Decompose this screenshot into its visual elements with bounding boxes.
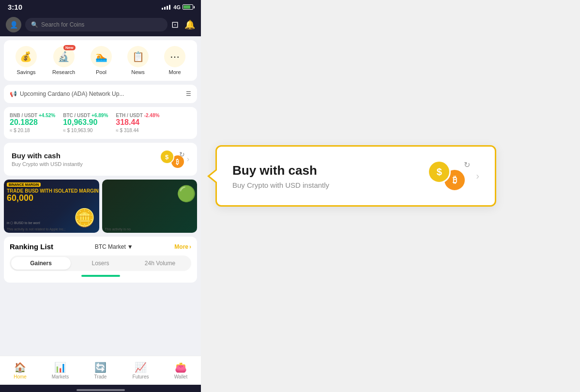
tab-24h-volume[interactable]: 24h Volume [130, 257, 190, 270]
announcement-left: 📢 Upcoming Cardano (ADA) Network Up... [10, 90, 124, 97]
more-chevron-icon: › [189, 243, 191, 250]
scan-icon[interactable]: ⊡ [171, 19, 179, 30]
quick-label-savings: Savings [16, 69, 35, 75]
more-label: More [174, 243, 188, 250]
quick-label-more: More [168, 69, 181, 75]
bnb-pair: BNB / USDT +4.52% [10, 113, 55, 118]
quick-label-pool: Pool [96, 69, 107, 75]
buy-cash-card[interactable]: Buy with cash Buy Crypto with USD instan… [4, 143, 197, 176]
status-icons: 4G [162, 4, 193, 10]
nav-markets[interactable]: 📊 Markets [40, 362, 80, 379]
banner-tether[interactable]: 🟢 This activity is no [102, 180, 198, 233]
ranking-more-button[interactable]: More › [174, 243, 191, 250]
quick-label-research: Research [52, 69, 75, 75]
ranking-title: Ranking List [10, 242, 53, 251]
futures-icon: 📈 [135, 362, 147, 373]
coin-icons: $ ↻ ₿ [160, 150, 185, 169]
tether-disclaimer: This activity is no [105, 227, 195, 231]
buy-cash-title: Buy with cash [12, 151, 83, 160]
search-icon: 🔍 [31, 21, 38, 28]
nav-wallet[interactable]: 👛 Wallet [161, 362, 201, 379]
ranking-market[interactable]: BTC Market ▼ [95, 243, 133, 250]
quick-item-news[interactable]: 📋 News [127, 46, 149, 75]
ranking-section: Ranking List BTC Market ▼ More › Gainers… [4, 237, 197, 283]
nav-markets-label: Markets [52, 374, 69, 379]
signal-icon [162, 5, 170, 10]
tab-gainers[interactable]: Gainers [11, 257, 71, 270]
quick-item-more[interactable]: ⋯ More [164, 46, 185, 75]
nav-home[interactable]: 🏠 Home [0, 362, 40, 379]
new-badge: New [63, 45, 75, 50]
nav-trade-label: Trade [94, 374, 107, 379]
ranking-tabs: Gainers Losers 24h Volume [10, 256, 191, 271]
refresh-icon: ↻ [179, 151, 185, 158]
ticker-btc[interactable]: BTC / USDT +6.89% 10,963.90 ≈ $ 10,963.9… [63, 113, 108, 133]
quick-access-section: 💰 Savings 🔬 New Research 🏊 Pool 📋 News ⋯ [4, 40, 197, 81]
nav-trade[interactable]: 🔄 Trade [80, 362, 121, 379]
phone-shell: 3:10 4G 👤 🔍 Search for Coins ⊡ 🔔 [0, 0, 201, 392]
market-label: BTC Market [95, 243, 126, 250]
callout-info: Buy with cash Buy Crypto with USD instan… [232, 163, 329, 189]
chevron-right-icon: › [187, 155, 189, 164]
status-bar: 3:10 4G [0, 0, 201, 13]
search-bar[interactable]: 🔍 Search for Coins [25, 18, 168, 31]
btc-usd: ≈ $ 10,963.90 [63, 128, 108, 133]
chevron-down-icon: ▼ [127, 243, 133, 250]
tab-losers[interactable]: Losers [71, 257, 130, 270]
eth-pair: ETH / USDT -2.48% [116, 113, 159, 118]
buy-cash-info: Buy with cash Buy Crypto with USD instan… [12, 151, 83, 167]
list-icon: ☰ [186, 90, 191, 97]
bnb-price: 20.1828 [10, 118, 55, 127]
ticker-eth[interactable]: ETH / USDT -2.48% 318.44 ≈ $ 318.44 [116, 113, 159, 133]
buy-cash-right: $ ↻ ₿ › [160, 150, 189, 169]
eth-usd: ≈ $ 318.44 [116, 128, 159, 133]
price-ticker: BNB / USDT +4.52% 20.1828 ≈ $ 20.18 BTC … [4, 107, 197, 139]
top-nav-icons: ⊡ 🔔 [171, 19, 195, 30]
home-icon: 🏠 [14, 362, 26, 373]
btc-price: 10,963.90 [63, 118, 108, 127]
binance-brand: BINANCE MARGIN [7, 182, 41, 187]
bottom-nav: 🏠 Home 📊 Markets 🔄 Trade 📈 Futures 👛 Wal… [0, 356, 201, 385]
nav-home-label: Home [14, 374, 27, 379]
ranking-header: Ranking List BTC Market ▼ More › [10, 242, 191, 251]
banner-unit: in ⬡ BUSD to be won! [7, 221, 40, 225]
network-type: 4G [173, 4, 181, 10]
ticker-bnb[interactable]: BNB / USDT +4.52% 20.1828 ≈ $ 20.18 [10, 113, 55, 133]
callout-subtitle: Buy Crypto with USD instantly [232, 181, 329, 189]
btc-pair: BTC / USDT +6.89% [63, 113, 108, 118]
ticker-row: BNB / USDT +4.52% 20.1828 ≈ $ 20.18 BTC … [10, 113, 191, 133]
callout-dollar-coin: $ [427, 160, 451, 183]
nav-wallet-label: Wallet [174, 374, 187, 379]
announcement-bar[interactable]: 📢 Upcoming Cardano (ADA) Network Up... ☰ [4, 85, 197, 103]
bell-icon[interactable]: 🔔 [184, 19, 195, 30]
banner-binance[interactable]: BINANCE MARGIN TRADE BUSD WITH ISOLATED … [4, 180, 99, 233]
callout-card[interactable]: Buy with cash Buy Crypto with USD instan… [215, 145, 496, 207]
home-bar [76, 389, 125, 391]
callout-coin-icons: $ ↻ ₿ [427, 160, 466, 192]
megaphone-icon: 📢 [10, 90, 17, 97]
quick-item-pool[interactable]: 🏊 Pool [91, 46, 112, 75]
quick-item-research[interactable]: 🔬 New Research [52, 46, 75, 75]
battery-icon [183, 4, 193, 10]
home-indicator [0, 385, 201, 392]
callout-title: Buy with cash [232, 163, 329, 178]
banner-amount: 60,000 [7, 193, 33, 203]
tether-coins-icon: 🟢 [177, 184, 196, 203]
banner-coin-icon: 🪙 [74, 208, 95, 228]
markets-icon: 📊 [54, 362, 66, 373]
callout-right: $ ↻ ₿ › [427, 160, 479, 192]
right-side: Buy with cash Buy Crypto with USD instan… [201, 0, 580, 216]
search-placeholder: Search for Coins [41, 21, 84, 28]
trade-icon: 🔄 [94, 362, 107, 373]
callout-refresh-icon: ↻ [464, 160, 470, 169]
nav-futures[interactable]: 📈 Futures [121, 362, 161, 379]
wallet-icon: 👛 [175, 362, 187, 373]
eth-price: 318.44 [116, 118, 159, 127]
nav-futures-label: Futures [133, 374, 149, 379]
avatar[interactable]: 👤 [6, 17, 21, 32]
banner-section: BINANCE MARGIN TRADE BUSD WITH ISOLATED … [4, 180, 197, 233]
quick-item-savings[interactable]: 💰 Savings [15, 46, 37, 75]
status-time: 3:10 [8, 3, 22, 11]
callout-chevron-icon: › [476, 170, 479, 181]
banner-disclaimer: This activity is not related to Apple In… [7, 227, 96, 231]
